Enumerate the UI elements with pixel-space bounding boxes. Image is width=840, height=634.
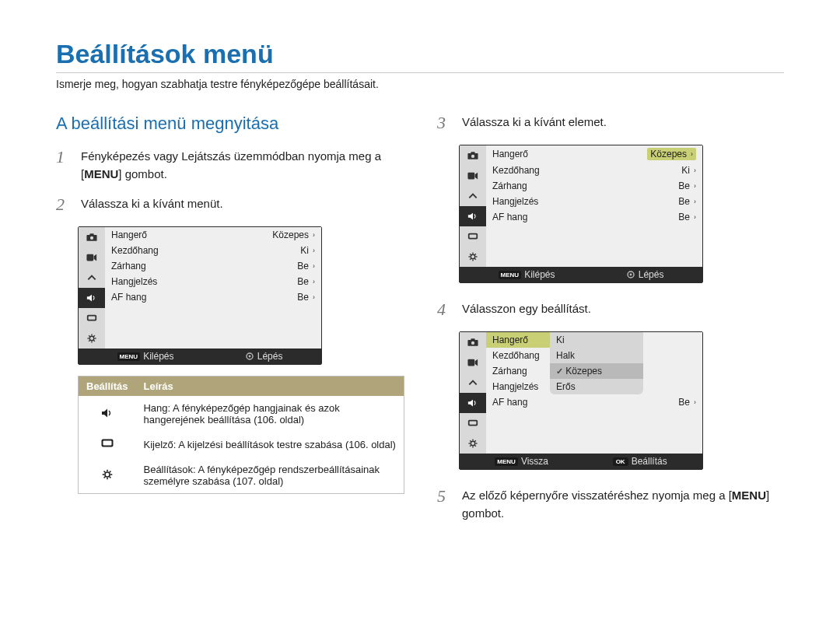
svg-line-15 [89,341,90,342]
svg-point-22 [105,472,110,477]
step-number: 2 [56,195,70,214]
speaker-icon [79,396,136,432]
svg-line-16 [93,335,95,337]
svg-point-39 [471,254,474,258]
svg-rect-32 [471,152,474,154]
svg-line-64 [474,446,476,447]
svg-line-66 [474,441,476,443]
svg-line-45 [474,259,476,261]
dropdown-option: Ki [550,332,643,348]
svg-point-49 [629,274,632,276]
step-5: 5 Az előző képernyőre visszatéréshez nyo… [437,487,784,522]
step-number: 1 [56,148,70,183]
svg-marker-5 [87,295,92,302]
display-icon [460,226,486,247]
svg-line-29 [103,476,105,478]
dropdown-option: Halk [550,348,643,363]
row-label: Zárhang [111,261,146,271]
row-label: Hangjelzés [111,276,157,287]
step-3: 3 Válassza ki a kívánt elemet. [437,114,784,132]
display-icon [79,308,105,328]
movie-icon [460,166,486,186]
svg-line-14 [93,341,95,342]
page-intro: Ismerje meg, hogyan szabhatja testre fén… [56,78,784,90]
step-1: 1 Fényképezés vagy Lejátszás üzemmódban … [56,148,403,183]
svg-line-27 [103,471,105,472]
svg-line-63 [470,441,471,443]
speaker-icon [460,206,486,226]
def-sound: Hang: A fényképezőgép hangjainak és azok… [135,396,404,432]
dropdown-option-selected: ✓ Közepes [550,363,643,379]
svg-point-8 [89,336,93,340]
svg-line-65 [470,446,471,447]
page-title: Beállítások menü [56,39,784,73]
svg-point-33 [471,155,474,158]
step-1-text-b: ] gombot. [118,167,167,180]
svg-marker-4 [94,254,97,261]
svg-marker-35 [475,173,478,180]
gear-icon [460,247,486,267]
menu-label: MENU [732,489,766,502]
gear-icon [79,328,105,349]
row-label: Hangerő [111,229,147,240]
step-2-text: Válassza ki a kívánt menüt. [81,195,223,214]
step-4: 4 Válasszon egy beállítást. [437,300,784,319]
step-1-text-a: Fényképezés vagy Lejátszás üzemmódban ny… [81,149,381,163]
step-number: 4 [437,300,451,319]
camera-screen-3: Hangerő Kezdőhang Zárhang Hangjelzés AF … [459,331,703,470]
svg-line-13 [89,335,90,337]
svg-line-47 [474,254,476,255]
svg-point-52 [471,342,474,345]
step-3-text: Válassza ki a kívánt elemet. [462,114,607,132]
settings-definitions-table: Beállítás Leírás Hang: A fényképezőgép h… [78,376,404,494]
step-4-text: Válasszon egy beállítást. [462,300,591,319]
footer-back: MENUVissza [495,456,548,467]
display-icon [460,413,486,433]
svg-marker-19 [102,408,107,417]
svg-line-30 [110,471,111,472]
step-2: 2 Válassza ki a kívánt menüt. [56,195,403,214]
svg-rect-57 [470,422,477,425]
svg-line-28 [110,476,111,478]
svg-rect-51 [471,339,474,342]
step-number: 3 [437,114,451,132]
svg-rect-7 [89,317,96,320]
camera-screen-2: HangerőKözepes› KezdőhangKi› ZárhangBe› … [459,145,703,283]
svg-marker-54 [475,359,478,366]
svg-rect-38 [470,235,477,238]
menu-label: MENU [84,167,118,180]
display-icon [79,432,136,457]
svg-rect-34 [467,173,474,180]
th-setting: Beállítás [79,377,136,397]
svg-point-58 [471,442,474,446]
volume-dropdown: Ki Halk ✓ Közepes Erős [550,332,643,394]
row-label: Kezdőhang [111,245,159,256]
movie-icon [79,247,105,268]
camera-screen-1: HangerőKözepes› KezdőhangKi› ZárhangBe› … [78,226,322,365]
footer-move: Lépés [245,351,283,362]
svg-line-44 [470,254,471,255]
svg-marker-55 [468,400,473,407]
svg-rect-53 [467,359,474,366]
gear-icon [79,457,136,494]
section-heading: A beállítási menü megnyitása [56,114,403,134]
chevron-up-icon [79,268,105,288]
speaker-icon [460,393,486,413]
gear-icon [460,433,486,454]
row-label: AF hang [111,292,146,303]
svg-point-18 [248,356,250,358]
camera-icon [79,227,105,247]
camera-icon [460,145,486,166]
svg-rect-3 [86,254,93,261]
def-settings: Beállítások: A fényképezőgép rendszerbeá… [135,457,404,494]
th-description: Leírás [135,377,404,397]
dropdown-option: Erős [550,379,643,394]
step-5-text-a: Az előző képernyőre visszatéréshez nyomj… [462,489,726,502]
camera-icon [460,332,486,352]
footer-exit: MENUKilépés [117,351,174,362]
step-number: 5 [437,487,451,522]
svg-marker-36 [468,213,473,220]
left-tab-strip [79,227,105,349]
footer-exit: MENUKilépés [499,269,555,280]
svg-rect-21 [103,441,111,446]
